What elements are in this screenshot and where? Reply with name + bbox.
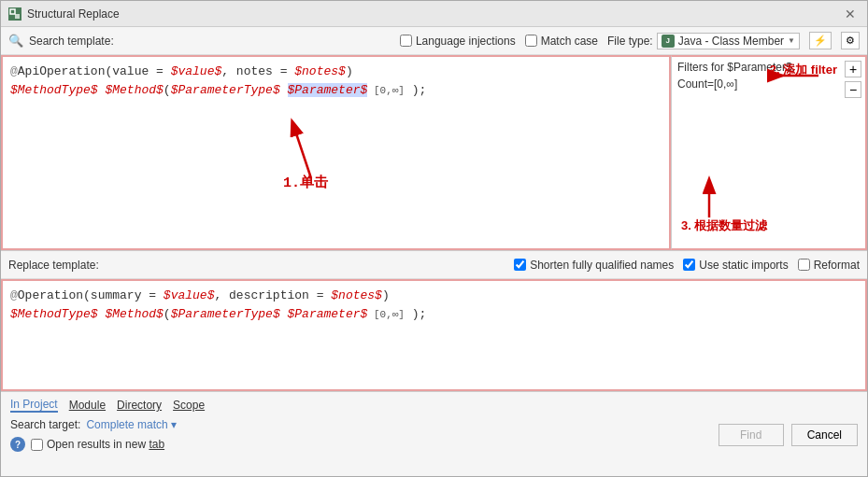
match-case-checkbox-group[interactable]: Match case [525,35,598,48]
action-buttons: Find Cancel [719,424,858,446]
search-target-label: Search target: [10,418,80,431]
use-static-imports-checkbox-group[interactable]: Use static imports [683,259,788,272]
svg-rect-1 [15,14,20,19]
svg-line-3 [292,122,311,178]
param-type-var: $ParameterType$ [171,83,280,97]
window-title: Structural Replace [27,7,120,21]
java-icon: J [662,35,675,48]
use-static-imports-checkbox[interactable] [683,259,695,271]
open-tab-checkbox[interactable] [31,439,43,451]
r-notes-var: $notes$ [331,288,382,302]
op-at: @ [10,288,18,302]
filter-count-label: 3. 根据数量过滤 [681,217,767,234]
r-space-2 [280,307,288,321]
title-bar: Structural Replace ✕ [1,1,867,27]
settings-icon-button[interactable]: ⚙ [841,32,860,49]
replace-editor[interactable]: @Operation(summary = $value$, descriptio… [1,279,867,391]
click-annotation: 1.单击 [283,104,358,191]
search-line-2: $MethodType$ $Method$($ParameterType$ $P… [10,81,662,100]
filter-count-annotation: 3. 根据数量过滤 [681,171,849,230]
filter-remove-button[interactable]: − [845,81,861,98]
filter-panel: Filters for $Parameter$: Count=[0,∞] + − [671,55,867,250]
reformat-checkbox-group[interactable]: Reformat [798,259,860,272]
use-static-imports-label: Use static imports [699,259,788,272]
language-injections-checkbox-group[interactable]: Language injections [400,35,516,48]
method-var: $Method$ [105,83,163,97]
filter-panel-title: Filters for $Parameter$: [677,61,860,74]
structural-replace-window: Structural Replace ✕ 🔍 Search template: … [0,0,868,477]
directory-scope-button[interactable]: Directory [117,399,162,412]
bottom-section: In Project Module Directory Scope Search… [1,391,867,457]
window-icon [8,7,21,21]
reformat-checkbox[interactable] [798,259,810,271]
shorten-names-checkbox-group[interactable]: Shorten fully qualified names [514,259,674,272]
filter-add-button[interactable]: + [845,61,861,77]
r-param-var: $Parameter$ [288,307,368,321]
open-tab-checkbox-group[interactable]: Open results in new tab [31,438,164,451]
scope-row: In Project Module Directory Scope [10,398,858,413]
r-count-bracket: [0,∞] [367,309,405,320]
file-type-group: File type: J Java - Class Member ▼ [607,33,800,49]
notes-text: , notes = [221,64,294,78]
bottom-row-wrapper: Search target: Complete match ▾ ? Open r… [10,418,858,452]
language-injections-checkbox[interactable] [400,35,412,47]
r-close-paren: ) [382,288,390,302]
search-template-label: Search template: [29,35,114,48]
match-case-checkbox[interactable] [525,35,537,47]
bottom-left: Search target: Complete match ▾ ? Open r… [10,418,177,452]
search-target-text: Complete match [86,418,167,431]
search-line-1: @ApiOperation(value = $value$, notes = $… [10,63,662,81]
reformat-label: Reformat [814,259,860,272]
replace-toolbar: Replace template: Shorten fully qualifie… [1,251,867,279]
file-type-dropdown[interactable]: J Java - Class Member ▼ [657,33,800,49]
replace-line-2: $MethodType$ $Method$($ParameterType$ $P… [10,305,858,324]
shorten-names-label: Shorten fully qualified names [530,259,674,272]
scope-scope-button[interactable]: Scope [173,399,205,412]
r-end-line: ); [405,307,426,321]
title-bar-left: Structural Replace [8,7,120,21]
find-button[interactable]: Find [719,424,784,446]
cancel-button[interactable]: Cancel [791,424,858,446]
close-paren-1: ) [346,64,353,78]
notes-var: $notes$ [294,64,346,78]
value-var: $value$ [171,64,222,78]
r-paren-open: ( [164,307,171,321]
r-method-var: $Method$ [105,307,163,321]
in-project-scope-button[interactable]: In Project [10,398,58,413]
parameter-highlighted: $Parameter$ [288,83,368,97]
parameter-var: $Parameter$ [288,83,368,97]
module-scope-button[interactable]: Module [69,399,106,412]
replace-section: Replace template: Shorten fully qualifie… [1,251,867,391]
language-injections-label: Language injections [416,35,516,48]
space-2 [280,83,288,97]
r-value-var: $value$ [164,288,215,302]
replace-options: Shorten fully qualified names Use static… [514,259,860,272]
search-target-value[interactable]: Complete match ▾ [86,418,177,431]
search-icon: 🔍 [8,34,23,48]
file-type-label: File type: [607,35,653,48]
toolbar-left: 🔍 Search template: [8,34,389,48]
method-type-var: $MethodType$ [10,83,98,97]
replace-line-1: @Operation(summary = $value$, descriptio… [10,287,858,305]
shorten-names-checkbox[interactable] [514,259,526,271]
search-target-arrow-icon: ▾ [171,418,177,431]
r-desc-text: , description = [214,288,331,302]
close-icon[interactable]: ✕ [841,7,860,21]
svg-rect-0 [10,9,15,14]
count-bracket: [0,∞] [367,85,405,96]
main-content: @ApiOperation(value = $value$, notes = $… [1,55,867,476]
operation-text: Operation(summary = [18,288,164,302]
filter-icon-button[interactable]: ⚡ [809,32,832,49]
match-case-label: Match case [541,35,598,48]
api-op-text: ApiOperation(value = [18,64,171,78]
filter-count-arrow-svg [681,171,756,227]
main-toolbar: 🔍 Search template: Language injections M… [1,27,867,55]
open-tab-row: ? Open results in new tab [10,437,177,452]
replace-label: Replace template: [8,259,99,272]
r-method-type-var: $MethodType$ [10,307,98,321]
toolbar-right: Language injections Match case File type… [400,32,860,49]
help-icon[interactable]: ? [10,437,25,452]
paren-open: ( [164,83,171,97]
search-editor[interactable]: @ApiOperation(value = $value$, notes = $… [1,55,671,250]
r-param-type-var: $ParameterType$ [171,307,280,321]
